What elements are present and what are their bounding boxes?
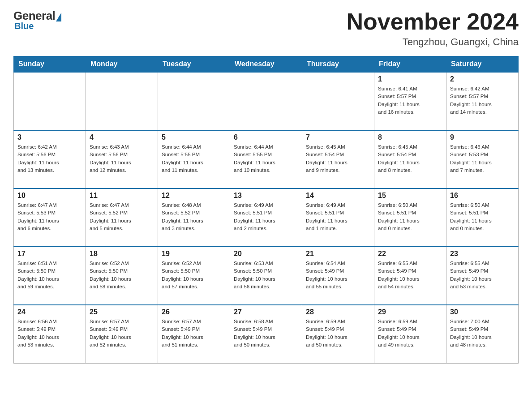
logo: General Blue	[13, 9, 61, 31]
month-title: November 2024	[347, 9, 519, 34]
day-info: Sunrise: 6:58 AM Sunset: 5:49 PM Dayligh…	[234, 318, 298, 349]
page-header: General Blue November 2024 Tengzhou, Gua…	[13, 9, 519, 48]
header-thursday: Thursday	[302, 56, 374, 73]
calendar-cell: 15Sunrise: 6:50 AM Sunset: 5:51 PM Dayli…	[374, 188, 446, 247]
day-number: 1	[378, 75, 442, 83]
calendar-table: Sunday Monday Tuesday Wednesday Thursday…	[13, 56, 519, 364]
header-monday: Monday	[86, 56, 158, 73]
header-tuesday: Tuesday	[158, 56, 230, 73]
day-number: 12	[162, 192, 226, 200]
calendar-cell: 23Sunrise: 6:55 AM Sunset: 5:49 PM Dayli…	[446, 247, 519, 305]
calendar-cell: 8Sunrise: 6:45 AM Sunset: 5:54 PM Daylig…	[374, 130, 446, 188]
calendar-cell: 19Sunrise: 6:52 AM Sunset: 5:50 PM Dayli…	[158, 247, 230, 305]
calendar-cell: 7Sunrise: 6:45 AM Sunset: 5:54 PM Daylig…	[302, 130, 374, 188]
day-number: 15	[378, 192, 442, 200]
week-row-2: 10Sunrise: 6:47 AM Sunset: 5:53 PM Dayli…	[14, 188, 519, 247]
day-number: 6	[234, 133, 298, 141]
calendar-cell: 3Sunrise: 6:42 AM Sunset: 5:56 PM Daylig…	[14, 130, 86, 188]
day-info: Sunrise: 6:50 AM Sunset: 5:51 PM Dayligh…	[378, 201, 442, 232]
day-number: 8	[378, 133, 442, 141]
day-info: Sunrise: 6:54 AM Sunset: 5:49 PM Dayligh…	[306, 260, 370, 291]
title-section: November 2024 Tengzhou, Guangxi, China	[347, 9, 519, 48]
day-number: 9	[450, 133, 515, 141]
day-number: 20	[234, 250, 298, 258]
calendar-cell: 30Sunrise: 7:00 AM Sunset: 5:49 PM Dayli…	[446, 305, 519, 363]
day-info: Sunrise: 6:42 AM Sunset: 5:56 PM Dayligh…	[17, 143, 82, 174]
weekday-header-row: Sunday Monday Tuesday Wednesday Thursday…	[14, 56, 519, 73]
day-number: 30	[450, 308, 515, 316]
calendar-cell: 27Sunrise: 6:58 AM Sunset: 5:49 PM Dayli…	[230, 305, 302, 363]
day-info: Sunrise: 6:57 AM Sunset: 5:49 PM Dayligh…	[90, 318, 154, 349]
day-info: Sunrise: 6:59 AM Sunset: 5:49 PM Dayligh…	[378, 318, 442, 349]
day-number: 24	[17, 308, 82, 316]
day-info: Sunrise: 6:55 AM Sunset: 5:49 PM Dayligh…	[378, 260, 442, 291]
location-text: Tengzhou, Guangxi, China	[347, 36, 519, 48]
calendar-cell: 13Sunrise: 6:49 AM Sunset: 5:51 PM Dayli…	[230, 188, 302, 247]
day-number: 13	[234, 192, 298, 200]
day-info: Sunrise: 6:44 AM Sunset: 5:55 PM Dayligh…	[234, 143, 298, 174]
day-number: 17	[17, 250, 82, 258]
logo-triangle-icon	[56, 13, 61, 21]
day-info: Sunrise: 6:41 AM Sunset: 5:57 PM Dayligh…	[378, 85, 442, 116]
calendar-cell: 2Sunrise: 6:42 AM Sunset: 5:57 PM Daylig…	[446, 72, 519, 130]
header-wednesday: Wednesday	[230, 56, 302, 73]
day-number: 3	[17, 133, 82, 141]
day-number: 14	[306, 192, 370, 200]
day-info: Sunrise: 6:59 AM Sunset: 5:49 PM Dayligh…	[306, 318, 370, 349]
calendar-cell: 16Sunrise: 6:50 AM Sunset: 5:51 PM Dayli…	[446, 188, 519, 247]
day-number: 11	[90, 192, 154, 200]
day-number: 25	[90, 308, 154, 316]
day-number: 4	[90, 133, 154, 141]
day-info: Sunrise: 6:57 AM Sunset: 5:49 PM Dayligh…	[162, 318, 226, 349]
day-info: Sunrise: 6:48 AM Sunset: 5:52 PM Dayligh…	[162, 201, 226, 232]
day-number: 23	[450, 250, 515, 258]
calendar-cell: 24Sunrise: 6:56 AM Sunset: 5:49 PM Dayli…	[14, 305, 86, 363]
calendar-cell: 21Sunrise: 6:54 AM Sunset: 5:49 PM Dayli…	[302, 247, 374, 305]
day-number: 28	[306, 308, 370, 316]
header-saturday: Saturday	[446, 56, 519, 73]
day-number: 7	[306, 133, 370, 141]
calendar-cell: 6Sunrise: 6:44 AM Sunset: 5:55 PM Daylig…	[230, 130, 302, 188]
day-info: Sunrise: 6:56 AM Sunset: 5:49 PM Dayligh…	[17, 318, 82, 349]
calendar-cell: 10Sunrise: 6:47 AM Sunset: 5:53 PM Dayli…	[14, 188, 86, 247]
calendar-cell	[86, 72, 158, 130]
calendar-cell: 18Sunrise: 6:52 AM Sunset: 5:50 PM Dayli…	[86, 247, 158, 305]
day-info: Sunrise: 6:46 AM Sunset: 5:53 PM Dayligh…	[450, 143, 515, 174]
calendar-cell: 14Sunrise: 6:49 AM Sunset: 5:51 PM Dayli…	[302, 188, 374, 247]
calendar-cell: 28Sunrise: 6:59 AM Sunset: 5:49 PM Dayli…	[302, 305, 374, 363]
calendar-cell: 12Sunrise: 6:48 AM Sunset: 5:52 PM Dayli…	[158, 188, 230, 247]
day-number: 21	[306, 250, 370, 258]
day-info: Sunrise: 6:55 AM Sunset: 5:49 PM Dayligh…	[450, 260, 515, 291]
calendar-cell	[230, 72, 302, 130]
calendar-cell: 25Sunrise: 6:57 AM Sunset: 5:49 PM Dayli…	[86, 305, 158, 363]
week-row-4: 24Sunrise: 6:56 AM Sunset: 5:49 PM Dayli…	[14, 305, 519, 363]
day-info: Sunrise: 6:45 AM Sunset: 5:54 PM Dayligh…	[306, 143, 370, 174]
day-number: 16	[450, 192, 515, 200]
day-number: 22	[378, 250, 442, 258]
day-number: 2	[450, 75, 515, 83]
day-number: 27	[234, 308, 298, 316]
day-number: 29	[378, 308, 442, 316]
day-info: Sunrise: 6:51 AM Sunset: 5:50 PM Dayligh…	[17, 260, 82, 291]
calendar-cell: 20Sunrise: 6:53 AM Sunset: 5:50 PM Dayli…	[230, 247, 302, 305]
day-number: 10	[17, 192, 82, 200]
calendar-cell: 11Sunrise: 6:47 AM Sunset: 5:52 PM Dayli…	[86, 188, 158, 247]
header-friday: Friday	[374, 56, 446, 73]
day-info: Sunrise: 6:53 AM Sunset: 5:50 PM Dayligh…	[234, 260, 298, 291]
calendar-cell	[14, 72, 86, 130]
day-info: Sunrise: 6:47 AM Sunset: 5:52 PM Dayligh…	[90, 201, 154, 232]
day-info: Sunrise: 6:52 AM Sunset: 5:50 PM Dayligh…	[162, 260, 226, 291]
day-info: Sunrise: 6:52 AM Sunset: 5:50 PM Dayligh…	[90, 260, 154, 291]
logo-blue-text: Blue	[14, 21, 34, 31]
day-number: 19	[162, 250, 226, 258]
week-row-0: 1Sunrise: 6:41 AM Sunset: 5:57 PM Daylig…	[14, 72, 519, 130]
day-info: Sunrise: 6:43 AM Sunset: 5:56 PM Dayligh…	[90, 143, 154, 174]
calendar-cell: 5Sunrise: 6:44 AM Sunset: 5:55 PM Daylig…	[158, 130, 230, 188]
calendar-cell: 17Sunrise: 6:51 AM Sunset: 5:50 PM Dayli…	[14, 247, 86, 305]
calendar-cell: 4Sunrise: 6:43 AM Sunset: 5:56 PM Daylig…	[86, 130, 158, 188]
calendar-cell: 9Sunrise: 6:46 AM Sunset: 5:53 PM Daylig…	[446, 130, 519, 188]
week-row-3: 17Sunrise: 6:51 AM Sunset: 5:50 PM Dayli…	[14, 247, 519, 305]
day-number: 5	[162, 133, 226, 141]
day-info: Sunrise: 6:50 AM Sunset: 5:51 PM Dayligh…	[450, 201, 515, 232]
day-number: 18	[90, 250, 154, 258]
